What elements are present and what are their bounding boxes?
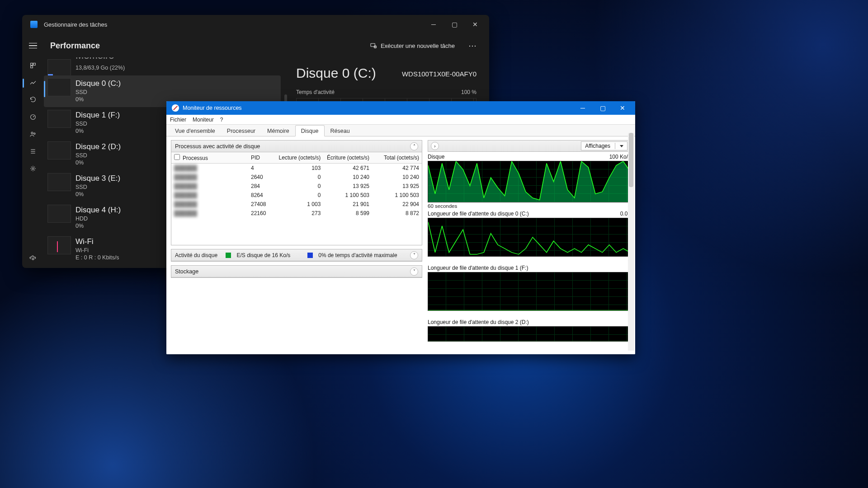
cell-read: 0 <box>275 182 323 191</box>
cell-write: 13 925 <box>323 182 372 191</box>
chart-nav-icon[interactable]: › <box>431 142 439 150</box>
tab-memory[interactable]: Mémoire <box>261 125 295 136</box>
thumb <box>47 141 71 160</box>
left-nav <box>22 57 44 268</box>
chart-canvas <box>428 272 631 311</box>
svg-point-11 <box>32 168 34 169</box>
svg-point-7 <box>34 133 35 134</box>
chevron-down-icon <box>620 145 623 147</box>
cell-pid: 4 <box>248 164 275 173</box>
panel-header[interactable]: Stockage ˅ <box>171 266 422 277</box>
menu-help[interactable]: ? <box>220 117 223 123</box>
tab-network[interactable]: Réseau <box>325 125 356 136</box>
cell-pid: 2640 <box>248 173 275 182</box>
chart-queue-0: Longueur de file d'attente du disque 0 (… <box>428 211 631 263</box>
process-table: Processus PID Lecture (octets/s) Écritur… <box>171 152 422 218</box>
panel-title: Processus avec activité de disque <box>175 143 260 150</box>
titlebar[interactable]: Moniteur de ressources ─ ▢ ✕ <box>166 101 635 115</box>
maximize-button[interactable]: ▢ <box>444 17 465 32</box>
cell-process: ██████ <box>171 209 248 218</box>
view-label: Affichages <box>585 143 610 149</box>
minimize-button[interactable]: ─ <box>423 17 444 32</box>
nav-services[interactable] <box>24 160 42 178</box>
section-title: Performance <box>50 41 100 51</box>
more-button[interactable]: ⋯ <box>464 38 481 53</box>
disk-activity-panel: Activité du disque E/S disque de 16 Ko/s… <box>171 249 422 262</box>
cell-read: 0 <box>275 191 323 200</box>
swatch-blue-icon <box>307 253 313 258</box>
col-pid[interactable]: PID <box>248 152 275 164</box>
nav-startup[interactable] <box>24 109 42 126</box>
charts-pane: › Affichages Disque 100 Ko/s 60 second <box>428 140 631 351</box>
minimize-button[interactable]: ─ <box>573 101 593 115</box>
nav-users[interactable] <box>24 126 42 143</box>
panel-header[interactable]: Activité du disque E/S disque de 16 Ko/s… <box>171 249 422 261</box>
col-total[interactable]: Total (octets/s) <box>372 152 422 164</box>
close-button[interactable]: ✕ <box>613 101 632 115</box>
nav-settings[interactable] <box>24 251 42 268</box>
tabs: Vue d'ensemble Processeur Mémoire Disque… <box>166 125 635 136</box>
nav-performance[interactable] <box>24 75 42 92</box>
thumb <box>47 236 71 254</box>
io-label: E/S disque de 16 Ko/s <box>236 252 290 258</box>
storage-panel: Stockage ˅ <box>171 265 422 278</box>
cell-process: ██████ <box>171 182 248 191</box>
activity-value: 100 % <box>461 89 476 95</box>
cell-total: 42 774 <box>372 164 422 173</box>
col-write[interactable]: Écriture (octets/s) <box>323 152 372 164</box>
panel-header[interactable]: Processus avec activité de disque ˄ <box>171 141 422 152</box>
chart-canvas <box>428 326 631 342</box>
nav-processes[interactable] <box>24 57 42 75</box>
cell-read: 103 <box>275 164 323 173</box>
list-item[interactable]: 13,8/63,9 Go (22%) <box>44 65 281 75</box>
table-row[interactable]: ██████ 284 0 13 925 13 925 <box>171 182 422 191</box>
svg-rect-3 <box>33 63 36 65</box>
table-row[interactable]: ██████ 8264 0 1 100 503 1 100 503 <box>171 191 422 200</box>
col-process[interactable]: Processus <box>183 155 208 161</box>
titlebar[interactable]: Gestionnaire des tâches ─ ▢ ✕ <box>22 15 489 34</box>
svg-point-6 <box>31 132 33 134</box>
cell-total: 22 904 <box>372 200 422 209</box>
cell-read: 273 <box>275 209 323 218</box>
run-task-button[interactable]: Exécuter une nouvelle tâche <box>365 39 459 52</box>
scrollbar[interactable] <box>628 133 634 351</box>
col-read[interactable]: Lecture (octets/s) <box>275 152 323 164</box>
chart-label: Longueur de file d'attente du disque 1 (… <box>428 265 528 271</box>
memory-item-partial[interactable]: Mémoire <box>75 57 283 64</box>
window-title: Gestionnaire des tâches <box>44 21 107 28</box>
menu-file[interactable]: Fichier <box>170 117 186 123</box>
table-row[interactable]: ██████ 2640 0 10 240 10 240 <box>171 173 422 182</box>
table-row[interactable]: ██████ 4 103 42 671 42 774 <box>171 164 422 173</box>
memory-thumb <box>47 59 71 77</box>
menu-monitor[interactable]: Moniteur <box>193 117 214 123</box>
chart-label: Longueur de file d'attente du disque 0 (… <box>428 211 529 217</box>
nav-details[interactable] <box>24 143 42 160</box>
select-all-checkbox[interactable] <box>174 154 180 160</box>
chart-label: Disque <box>428 154 444 160</box>
cell-total: 13 925 <box>372 182 422 191</box>
menubar: Fichier Moniteur ? <box>166 115 635 125</box>
thumb <box>47 173 71 191</box>
close-button[interactable]: ✕ <box>465 17 486 32</box>
hamburger-icon[interactable] <box>28 40 38 51</box>
table-row[interactable]: ██████ 22160 273 8 599 8 872 <box>171 209 422 218</box>
cell-pid: 284 <box>248 182 275 191</box>
expand-icon[interactable]: ˅ <box>410 267 418 276</box>
maximize-button[interactable]: ▢ <box>593 101 613 115</box>
svg-rect-4 <box>31 66 33 68</box>
collapse-icon[interactable]: ˄ <box>410 142 418 150</box>
expand-icon[interactable]: ˅ <box>410 251 418 259</box>
disk-model: WDS100T1X0E-00AFY0 <box>402 70 476 78</box>
tab-overview[interactable]: Vue d'ensemble <box>169 125 221 136</box>
resource-monitor-window: Moniteur de ressources ─ ▢ ✕ Fichier Mon… <box>166 101 635 354</box>
view-dropdown[interactable]: Affichages <box>581 141 627 150</box>
tab-cpu[interactable]: Processeur <box>221 125 261 136</box>
cell-pid: 8264 <box>248 191 275 200</box>
item-title: Disque 0 (C:) <box>75 79 281 88</box>
nav-app-history[interactable] <box>24 92 42 109</box>
panel-title: Activité du disque <box>175 252 217 258</box>
table-row[interactable]: ██████ 27408 1 003 21 901 22 904 <box>171 200 422 209</box>
svg-point-12 <box>32 258 34 260</box>
tab-disk[interactable]: Disque <box>295 125 325 136</box>
chart-queue-1: Longueur de file d'attente du disque 1 (… <box>428 265 631 317</box>
